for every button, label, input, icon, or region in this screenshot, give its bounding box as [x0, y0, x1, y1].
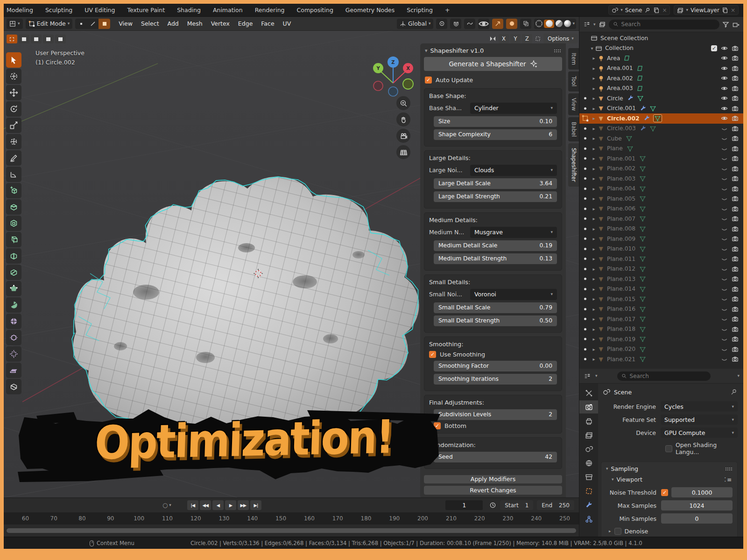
proportional-edit-icon[interactable]: [464, 19, 475, 29]
outliner-row-plane-019[interactable]: ▸▼Plane.019: [579, 334, 743, 344]
outliner-row-area-001[interactable]: ▸Area.001: [579, 63, 743, 74]
chevron-right-icon[interactable]: ▸: [591, 276, 597, 281]
chevron-right-icon[interactable]: ▸: [591, 66, 597, 71]
camera-icon[interactable]: [732, 65, 739, 72]
eye-icon[interactable]: [721, 115, 728, 122]
outliner-row-plane-007[interactable]: ▸▼Plane.007: [579, 214, 743, 224]
eye-closed-icon[interactable]: [721, 235, 728, 242]
chevron-right-icon[interactable]: ▸: [591, 96, 597, 101]
frame-start-field[interactable]: Start1: [500, 500, 533, 510]
tool-measure[interactable]: [6, 167, 21, 182]
outliner-row-plane-003[interactable]: ▸▼Plane.003: [579, 174, 743, 184]
camera-view-button[interactable]: [396, 129, 410, 143]
menu-vertex[interactable]: Vertex: [207, 19, 233, 29]
slider-small-detail-strength[interactable]: Small Detail Strength0.50: [434, 315, 557, 326]
outliner-row-plane-002[interactable]: ▸▼Plane.002: [579, 164, 743, 174]
menu-select[interactable]: Select: [137, 19, 163, 29]
slider-size[interactable]: Size0.10: [434, 116, 557, 127]
medium-noise-select[interactable]: Musgrave▾: [470, 227, 557, 238]
checkbox-unchecked-icon[interactable]: [614, 528, 621, 535]
chevron-right-icon[interactable]: ▸: [591, 146, 597, 151]
menu-view[interactable]: View: [115, 19, 136, 29]
chevron-right-icon[interactable]: ▸: [591, 86, 597, 91]
show-gizmo-icon[interactable]: [492, 19, 503, 29]
large-noise-select[interactable]: Clouds▾: [470, 165, 557, 176]
zoom-button[interactable]: [396, 96, 410, 110]
xray-toggle-icon[interactable]: [520, 19, 531, 29]
select-pill-select-circle[interactable]: [31, 35, 42, 43]
menu-add[interactable]: Add: [164, 19, 183, 29]
sidebar-tab-tool[interactable]: Tool: [568, 71, 579, 91]
outliner-row-plane-017[interactable]: ▸▼Plane.017: [579, 314, 743, 324]
eye-icon[interactable]: [721, 55, 728, 62]
material-shading-button[interactable]: [556, 20, 563, 27]
chevron-right-icon[interactable]: ▸: [591, 176, 597, 181]
camera-icon[interactable]: [732, 215, 739, 222]
outliner-row-cube[interactable]: ▸▼Cube: [579, 133, 743, 144]
chevron-right-icon[interactable]: ▸: [591, 266, 597, 272]
camera-icon[interactable]: [732, 195, 739, 202]
apply-modifiers-button[interactable]: Apply Modifiers: [424, 475, 562, 484]
tool-move[interactable]: [6, 85, 21, 100]
chevron-right-icon[interactable]: ▸: [591, 256, 597, 261]
menu-edge[interactable]: Edge: [234, 19, 256, 29]
camera-icon[interactable]: [732, 346, 739, 353]
timeline-ruler[interactable]: 6070809010011012013014015016017018019020…: [4, 512, 579, 525]
workspace-tab-compositing[interactable]: Compositing: [291, 4, 339, 16]
chevron-right-icon[interactable]: ▸: [591, 236, 597, 241]
tool-cursor[interactable]: [6, 69, 21, 84]
eye-closed-icon[interactable]: [721, 145, 728, 152]
chevron-right-icon[interactable]: ▸: [591, 56, 597, 61]
outliner-row-plane-006[interactable]: ▸▼Plane.006: [579, 204, 743, 214]
options-dropdown[interactable]: Options▾: [543, 34, 578, 43]
slider-medium-detail-scale[interactable]: Medium Detail Scale0.19: [434, 240, 557, 251]
chevron-right-icon[interactable]: ▸: [591, 106, 597, 111]
eye-closed-icon[interactable]: [721, 195, 728, 202]
scene-selector[interactable]: ▾ Scene ×: [608, 5, 670, 15]
sidebar-tab-babel[interactable]: Babel: [568, 117, 579, 142]
generate-shapeshifter-button[interactable]: Generate a Shapeshifter: [424, 57, 562, 71]
mirror-axis-x[interactable]: X: [499, 34, 509, 43]
revert-changes-button[interactable]: Revert Changes: [424, 486, 562, 495]
outliner-row-plane-004[interactable]: ▸▼Plane.004: [579, 184, 743, 194]
slider-subdivision-levels[interactable]: Subdivision Levels2: [434, 409, 557, 420]
eye-closed-icon[interactable]: [721, 225, 728, 232]
eye-closed-icon[interactable]: [721, 336, 728, 343]
jump-to-end-button[interactable]: ▶|: [250, 500, 261, 510]
base-shape-select[interactable]: Cylinder▾: [470, 103, 557, 114]
eye-closed-icon[interactable]: [721, 306, 728, 313]
camera-icon[interactable]: [732, 55, 739, 62]
gizmo-neg-x[interactable]: [374, 81, 383, 91]
next-keyframe-button[interactable]: ▶▶: [238, 500, 249, 510]
outliner-row-plane-021[interactable]: ▸▼Plane.021: [579, 354, 743, 364]
workspace-tab-sculpting[interactable]: Sculpting: [39, 4, 78, 16]
vertex-select-button[interactable]: [75, 19, 87, 29]
chevron-right-icon[interactable]: ▸: [591, 136, 597, 141]
snap-magnet-icon[interactable]: [450, 19, 461, 29]
viewlayer-selector[interactable]: ▾ ViewLayer ×: [674, 5, 739, 15]
sidebar-tab-item[interactable]: Item: [568, 48, 579, 70]
max-samples-field[interactable]: 1024: [661, 500, 733, 511]
navigation-gizmo[interactable]: Y Z X: [367, 54, 419, 110]
sidebar-tab-view[interactable]: View: [568, 93, 579, 115]
denoise-row[interactable]: ▸ Denoise: [609, 528, 733, 535]
camera-icon[interactable]: [732, 45, 739, 52]
field-select[interactable]: Cycles▾: [661, 401, 738, 412]
outliner-row-plane-001[interactable]: ▸▼Plane.001: [579, 154, 743, 164]
outliner-row-plane-018[interactable]: ▸▼Plane.018: [579, 324, 743, 335]
eye-closed-icon[interactable]: [721, 356, 728, 363]
properties-tab-collection[interactable]: [579, 470, 598, 483]
workspace-tab-geometry-nodes[interactable]: Geometry Nodes: [339, 4, 401, 16]
properties-editor-icon[interactable]: [583, 373, 592, 379]
chevron-right-icon[interactable]: ▸: [591, 216, 597, 221]
flatten-bottom-row[interactable]: ✓Bottom: [434, 422, 557, 429]
camera-icon[interactable]: [732, 326, 739, 333]
pin-icon[interactable]: [730, 388, 738, 396]
wireframe-shading-button[interactable]: [536, 20, 543, 27]
properties-tab-modifiers[interactable]: [579, 498, 598, 511]
eye-icon[interactable]: [721, 105, 728, 112]
eye-closed-icon[interactable]: [721, 326, 728, 333]
tool-edge-slide[interactable]: [6, 330, 21, 345]
mirror-axis-z[interactable]: Z: [522, 34, 532, 43]
eye-closed-icon[interactable]: [721, 165, 728, 172]
